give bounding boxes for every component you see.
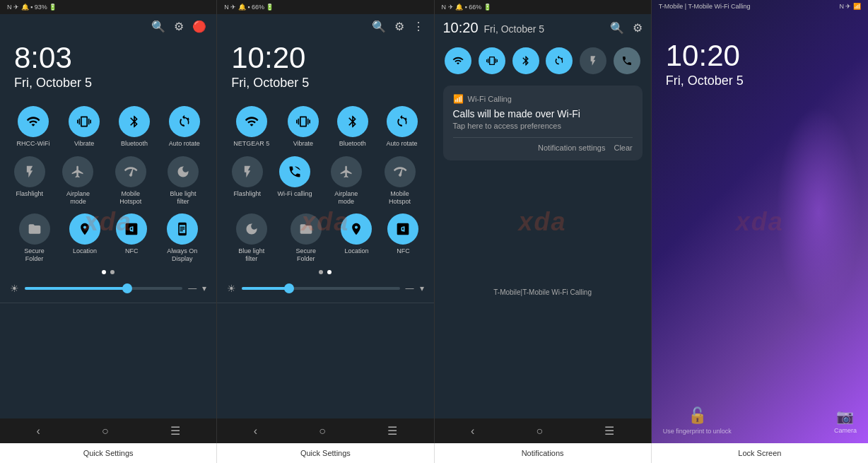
phone1-bluelight-label: Blue light filter — [164, 190, 203, 206]
phone3-nav-back[interactable]: ‹ — [471, 425, 474, 438]
phone2-location-label: Location — [344, 247, 368, 255]
brightness-expand-icon[interactable]: ▾ — [202, 283, 206, 293]
phone3-nav-recents[interactable]: ☰ — [604, 424, 614, 438]
phone1-flashlight-circle — [14, 156, 45, 187]
phone1-nfc-btn[interactable]: NFC — [116, 213, 147, 263]
notif-time-row: 10:20 Fri, October 5 — [443, 20, 545, 36]
brightness-min-icon: ☀ — [10, 283, 19, 294]
notif-wificalling-circle[interactable] — [614, 47, 640, 74]
phone2-brightness-end: — — [406, 283, 414, 293]
phone2-hotspot-circle — [385, 156, 416, 187]
notif-search-icon[interactable]: 🔍 — [610, 21, 624, 35]
phone1-vibrate-circle — [69, 106, 100, 137]
settings-icon[interactable]: ⚙ — [174, 20, 184, 33]
lock-camera-btn[interactable]: 📷 Camera — [834, 408, 857, 434]
caption-1: Quick Settings — [0, 443, 217, 463]
notif-card[interactable]: 📶 Wi-Fi Calling Calls will be made over … — [443, 86, 643, 160]
phone1-bluelight-circle — [168, 156, 199, 187]
notif-wifi-circle[interactable] — [445, 47, 471, 74]
phone1-date: Fri, October 5 — [14, 76, 202, 90]
phone1-vibrate-label: Vibrate — [74, 140, 94, 148]
phone1-securefolder-btn[interactable]: Secure Folder — [15, 213, 54, 263]
phone3-time: 10:20 — [443, 20, 479, 36]
phone2-brightness-track[interactable] — [242, 287, 399, 290]
phone2-wifi-btn[interactable]: NETGEAR 5 — [233, 106, 269, 148]
phone2-nfc-circle — [387, 213, 418, 245]
phone2-autorotate-circle — [387, 106, 418, 137]
phone2-nav: ‹ ○ ☰ — [217, 418, 433, 443]
phone1-status-left: N ✈ 🔔 ▪ 93% 🔋 — [7, 4, 57, 11]
nav-recents-btn[interactable]: ☰ — [170, 424, 180, 438]
phone1-airplane-circle — [62, 156, 93, 187]
phone3-qs-row — [435, 42, 651, 80]
phone2-nfc-btn[interactable]: NFC — [387, 213, 418, 263]
phone2-icons-row1: NETGEAR 5 Vibrate Bluetooth — [217, 102, 433, 152]
phone2-securefolder-btn[interactable]: Secure Folder — [286, 213, 325, 263]
phone2-date: Fri, October 5 — [231, 76, 419, 90]
fingerprint-label: Use fingerprint to unlock — [663, 428, 732, 435]
notif-flashlight-circle[interactable] — [580, 47, 606, 74]
notif-card-main: Calls will be made over Wi-Fi — [453, 108, 633, 119]
notif-bluetooth-circle[interactable] — [512, 47, 539, 74]
notif-clear-btn[interactable]: Clear — [614, 143, 632, 152]
phone1-aod-btn[interactable]: Always On Display — [163, 213, 201, 263]
phone1-icons-row2: Flashlight Airplane mode Mobile Hotspot — [0, 152, 216, 210]
phone1-vibrate-btn[interactable]: Vibrate — [69, 106, 100, 148]
phone2-autorotate-btn[interactable]: Auto rotate — [387, 106, 418, 148]
phone1-autorotate-btn[interactable]: Auto rotate — [169, 106, 200, 148]
phone2-airplane-btn[interactable]: Airplane mode — [327, 156, 365, 206]
phone2-bluelight-btn[interactable]: Blue light filter — [232, 213, 271, 263]
phone2-hotspot-btn[interactable]: Mobile Hotspot — [380, 156, 419, 206]
phone2-autorotate-label: Auto rotate — [387, 140, 418, 148]
phone2-flashlight-btn[interactable]: Flashlight — [232, 156, 263, 206]
phone1-flashlight-btn[interactable]: Flashlight — [14, 156, 45, 206]
nav-back-btn[interactable]: ‹ — [37, 425, 40, 438]
phone3-nav-home[interactable]: ○ — [536, 425, 543, 438]
purple-blob — [776, 106, 861, 318]
notif-card-sub: Tap here to access preferences — [453, 122, 633, 130]
phone2-location-btn[interactable]: Location — [341, 213, 372, 263]
phone1-wifi-btn[interactable]: RHCC-WiFi — [16, 106, 49, 148]
lock-fingerprint-area[interactable]: 🔓 Use fingerprint to unlock — [663, 406, 732, 435]
notif-autorotate-circle[interactable] — [546, 47, 573, 74]
phone2-vibrate-label: Vibrate — [293, 140, 313, 148]
phone2-bluetooth-circle — [337, 106, 368, 137]
phone1-airplane-label: Airplane mode — [59, 190, 98, 206]
phone1-securefolder-label: Secure Folder — [15, 247, 54, 263]
phone2-qs-panel: N ✈ 🔔 ▪ 66% 🔋 🔍 ⚙ ⋮ 10:20 Fri, October 5… — [217, 0, 433, 443]
phone1-aod-circle — [167, 213, 198, 245]
search-icon[interactable]: 🔍 — [151, 20, 165, 33]
phone1-flashlight-label: Flashlight — [16, 190, 43, 198]
phone1-bluetooth-btn[interactable]: Bluetooth — [119, 106, 150, 148]
phone1-airplane-btn[interactable]: Airplane mode — [59, 156, 98, 206]
phone2-wificalling-btn[interactable]: Wi-Fi calling — [277, 156, 312, 206]
phone1-location-btn[interactable]: Location — [69, 213, 100, 263]
phone2-search-icon[interactable]: 🔍 — [372, 20, 386, 33]
phone2-more-icon[interactable]: ⋮ — [413, 20, 424, 33]
phone2-nav-recents[interactable]: ☰ — [387, 424, 397, 438]
phone2-securefolder-label: Secure Folder — [286, 247, 325, 263]
phone1-time: 8:03 — [14, 43, 202, 73]
phone2-brightness-expand[interactable]: ▾ — [420, 283, 424, 293]
phone2-bluetooth-btn[interactable]: Bluetooth — [337, 106, 368, 148]
notif-settings-btn[interactable]: Notification settings — [538, 143, 605, 152]
phone2-location-circle — [341, 213, 372, 245]
phone2-dot-0 — [319, 270, 323, 274]
nav-home-btn[interactable]: ○ — [102, 425, 109, 438]
phone1-hotspot-btn[interactable]: Mobile Hotspot — [111, 156, 150, 206]
phone2-nav-back[interactable]: ‹ — [254, 425, 257, 438]
phone3-frame: N ✈ 🔔 ▪ 66% 🔋 10:20 Fri, October 5 🔍 ⚙ — [435, 0, 652, 443]
phone2-qs-header: 🔍 ⚙ ⋮ — [217, 14, 433, 36]
phone1-bluelight-btn[interactable]: Blue light filter — [164, 156, 203, 206]
phone2-vibrate-btn[interactable]: Vibrate — [288, 106, 319, 148]
brightness-track[interactable] — [25, 287, 182, 290]
phone2-settings-icon[interactable]: ⚙ — [394, 20, 404, 33]
notif-vibrate-circle[interactable] — [479, 47, 505, 74]
phone2-dot-1 — [327, 270, 332, 274]
notifications-icon[interactable]: 🔴 — [192, 20, 206, 33]
phone2-nav-home[interactable]: ○ — [319, 425, 326, 438]
camera-label: Camera — [834, 427, 857, 434]
notif-settings-icon[interactable]: ⚙ — [633, 21, 643, 35]
camera-icon: 📷 — [836, 408, 854, 425]
phone3-notif-header: 10:20 Fri, October 5 🔍 ⚙ — [435, 14, 651, 42]
